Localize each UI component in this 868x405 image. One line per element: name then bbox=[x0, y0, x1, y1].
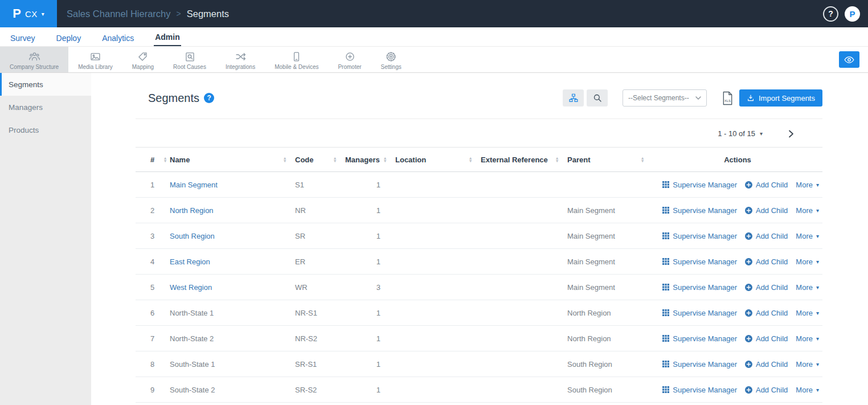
more-link[interactable]: More ▾ bbox=[796, 283, 819, 292]
toolbar-item-promoter[interactable]: Promoter bbox=[328, 47, 371, 72]
preview-button[interactable] bbox=[839, 51, 859, 68]
segment-code: SR-S2 bbox=[295, 386, 345, 394]
segment-name-link[interactable]: Main Segment bbox=[170, 181, 218, 189]
grid-icon bbox=[662, 335, 669, 342]
toolbar-item-media-library[interactable]: Media Library bbox=[68, 47, 122, 72]
segment-name-link[interactable]: South-State 1 bbox=[170, 360, 215, 369]
profile-icon[interactable]: P bbox=[845, 6, 860, 22]
column-header-location[interactable]: Location ▴▾ bbox=[395, 156, 481, 164]
tab-deploy[interactable]: Deploy bbox=[55, 30, 83, 46]
supervise-manager-link[interactable]: Supervise Manager bbox=[662, 386, 737, 394]
add-child-link[interactable]: Add Child bbox=[745, 181, 788, 189]
caret-down-icon: ▾ bbox=[816, 336, 819, 342]
segments-select[interactable]: --Select Segments-- bbox=[623, 89, 707, 107]
column-header-parent[interactable]: Parent ▴▾ bbox=[567, 156, 653, 164]
toolbar-item-settings[interactable]: Settings bbox=[371, 47, 411, 72]
add-child-link[interactable]: Add Child bbox=[745, 283, 788, 292]
plus-circle-icon bbox=[745, 181, 752, 189]
row-number: 5 bbox=[136, 283, 170, 292]
add-child-link[interactable]: Add Child bbox=[745, 257, 788, 266]
hierarchy-view-button[interactable] bbox=[563, 89, 584, 107]
segment-name-link[interactable]: South Region bbox=[170, 232, 215, 240]
topbar: P CX ▾ Sales Channel Hierarchy > Segment… bbox=[0, 0, 868, 27]
segment-code: S1 bbox=[295, 181, 345, 189]
more-link[interactable]: More ▾ bbox=[796, 360, 819, 369]
segment-name-link[interactable]: North Region bbox=[170, 206, 214, 215]
more-link[interactable]: More ▾ bbox=[796, 232, 819, 240]
add-child-link[interactable]: Add Child bbox=[745, 232, 788, 240]
sidebar-item-managers[interactable]: Managers bbox=[0, 96, 91, 118]
grid-icon bbox=[662, 207, 669, 214]
segment-name-link[interactable]: North-State 1 bbox=[170, 309, 214, 317]
breadcrumb-separator: > bbox=[177, 9, 181, 18]
supervise-manager-link[interactable]: Supervise Manager bbox=[662, 206, 737, 215]
search-button[interactable] bbox=[587, 89, 608, 107]
import-segments-button[interactable]: Import Segments bbox=[739, 89, 822, 107]
breadcrumb: Sales Channel Hierarchy > Segments bbox=[67, 9, 229, 19]
page-range-dropdown[interactable]: 1 - 10 of 15 ▾ bbox=[718, 129, 763, 138]
segment-name-link[interactable]: West Region bbox=[170, 283, 212, 292]
toolbar-item-company-structure[interactable]: Company Structure bbox=[0, 47, 68, 72]
toolbar-item-root-causes[interactable]: Root Causes bbox=[163, 47, 216, 72]
sort-icon[interactable]: ▴▾ bbox=[164, 157, 166, 163]
tab-admin[interactable]: Admin bbox=[154, 29, 181, 46]
segment-code: ER bbox=[295, 257, 345, 266]
sidebar-item-products[interactable]: Products bbox=[0, 118, 91, 141]
page-range-label: 1 - 10 of 15 bbox=[718, 129, 755, 138]
root-causes-icon bbox=[184, 51, 196, 63]
column-header-external-reference[interactable]: External Reference ▴▾ bbox=[481, 156, 567, 164]
toolbar-item-mapping[interactable]: Mapping bbox=[122, 47, 163, 72]
more-link[interactable]: More ▾ bbox=[796, 206, 819, 215]
toolbar-item-mobile-devices[interactable]: Mobile & Devices bbox=[265, 47, 328, 72]
column-header-name[interactable]: Name ▴▾ bbox=[170, 156, 295, 164]
segment-code: SR-S1 bbox=[295, 360, 345, 369]
add-child-link[interactable]: Add Child bbox=[745, 360, 788, 369]
more-link[interactable]: More ▾ bbox=[796, 181, 819, 189]
column-header-managers[interactable]: Managers ▴▾ bbox=[345, 156, 395, 164]
sort-icon[interactable]: ▴▾ bbox=[641, 157, 644, 163]
more-link[interactable]: More ▾ bbox=[796, 257, 819, 266]
sidebar-item-segments[interactable]: Segments bbox=[0, 73, 91, 96]
more-link[interactable]: More ▾ bbox=[796, 334, 819, 343]
column-header-num[interactable]: # ▴▾ bbox=[136, 156, 170, 164]
app-logo-menu[interactable]: P CX ▾ bbox=[0, 0, 57, 27]
more-link[interactable]: More ▾ bbox=[796, 309, 819, 317]
media-library-icon bbox=[89, 51, 101, 63]
supervise-manager-link[interactable]: Supervise Manager bbox=[662, 181, 737, 189]
supervise-manager-link[interactable]: Supervise Manager bbox=[662, 334, 737, 343]
help-icon[interactable]: ? bbox=[823, 6, 838, 22]
segment-name-link[interactable]: North-State 2 bbox=[170, 334, 214, 343]
breadcrumb-section[interactable]: Sales Channel Hierarchy bbox=[67, 9, 171, 19]
supervise-manager-link[interactable]: Supervise Manager bbox=[662, 232, 737, 240]
mobile-icon bbox=[290, 51, 302, 63]
export-xls-button[interactable]: XLS bbox=[721, 91, 734, 106]
supervise-manager-link[interactable]: Supervise Manager bbox=[662, 309, 737, 317]
tab-analytics[interactable]: Analytics bbox=[101, 30, 135, 46]
column-header-code[interactable]: Code ▴▾ bbox=[295, 156, 345, 164]
sort-icon[interactable]: ▴▾ bbox=[384, 157, 386, 163]
row-actions: Supervise Manager Add Child More bbox=[653, 283, 822, 292]
row-number: 2 bbox=[136, 206, 170, 215]
help-badge-icon[interactable]: ? bbox=[204, 93, 214, 103]
add-child-link[interactable]: Add Child bbox=[745, 386, 788, 394]
segment-name-link[interactable]: East Region bbox=[170, 257, 210, 266]
sort-icon[interactable]: ▴▾ bbox=[556, 157, 558, 163]
sort-icon[interactable]: ▴▾ bbox=[284, 157, 286, 163]
supervise-manager-link[interactable]: Supervise Manager bbox=[662, 257, 737, 266]
supervise-manager-link[interactable]: Supervise Manager bbox=[662, 283, 737, 292]
eye-icon bbox=[844, 54, 855, 66]
segment-name-link[interactable]: South-State 2 bbox=[170, 386, 215, 394]
table-row: 5 West Region WR 3 Main Segment bbox=[136, 275, 822, 300]
tab-survey[interactable]: Survey bbox=[9, 30, 36, 46]
next-page-button[interactable] bbox=[787, 130, 795, 138]
supervise-manager-link[interactable]: Supervise Manager bbox=[662, 360, 737, 369]
head-tools: --Select Segments-- XLS Import Segm bbox=[563, 89, 822, 107]
table-row: 2 North Region NR 1 Main Segment bbox=[136, 198, 822, 223]
more-link[interactable]: More ▾ bbox=[796, 386, 819, 394]
add-child-link[interactable]: Add Child bbox=[745, 334, 788, 343]
add-child-link[interactable]: Add Child bbox=[745, 206, 788, 215]
toolbar-item-integrations[interactable]: Integrations bbox=[216, 47, 265, 72]
sort-icon[interactable]: ▴▾ bbox=[469, 157, 472, 163]
add-child-link[interactable]: Add Child bbox=[745, 309, 788, 317]
sort-icon[interactable]: ▴▾ bbox=[334, 157, 336, 163]
